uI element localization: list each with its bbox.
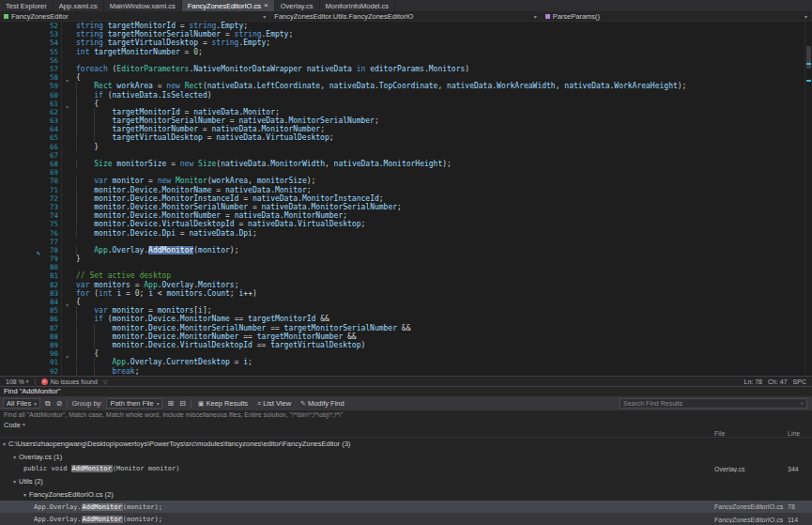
scrollbar-thumb[interactable] (806, 46, 811, 69)
document-health-indicator[interactable]: × No issues found (41, 378, 98, 385)
line-number: 77 (43, 238, 58, 246)
group-by-dropdown[interactable]: Path then File ▾ (106, 398, 162, 409)
outlining-margin[interactable]: ▾▾▾▾ (61, 22, 72, 376)
find-result-row[interactable]: App.Overlay.AddMonitor(monitor);FancyZon… (0, 501, 812, 513)
code-area[interactable]: string targetMonitorId = string.Empty;st… (72, 22, 812, 376)
code-line[interactable] (76, 151, 812, 160)
tab-label: MainWindow.xaml.cs (110, 2, 176, 10)
tab-test-explorer[interactable]: Test Explorer (0, 0, 54, 11)
code-line[interactable]: Rect workArea = new Rect(nativeData.Left… (76, 82, 812, 90)
code-line[interactable]: targetVirtualDesktop = nativeData.Virtua… (76, 133, 812, 142)
chevron-down-icon[interactable]: ▾ (13, 478, 16, 485)
code-line[interactable]: { (76, 73, 812, 82)
code-line[interactable]: for (int i = 0; i < monitors.Count; i++) (76, 289, 812, 298)
breakpoint-margin[interactable]: ✎ (0, 22, 43, 376)
code-line[interactable] (76, 263, 812, 271)
code-line[interactable]: targetMonitorSerialNumber = nativeData.M… (76, 116, 812, 125)
vertical-scrollbar[interactable] (804, 22, 812, 376)
tab-overlay-cs[interactable]: Overlay.cs (275, 0, 320, 11)
code-line[interactable]: string targetMonitorSerialNumber = strin… (76, 30, 812, 39)
code-line[interactable]: { (76, 349, 812, 358)
code-line[interactable]: { (76, 298, 812, 306)
code-line[interactable]: monitor.Device.MonitorInstanceId = nativ… (76, 194, 812, 203)
code-line[interactable]: break; (76, 367, 812, 376)
tab-app-xaml-cs[interactable]: App.xaml.cs (54, 0, 104, 11)
code-line[interactable]: targetMonitorNumber = nativeData.Monitor… (76, 125, 812, 133)
code-line[interactable]: if (nativeData.IsSelected) (76, 91, 812, 100)
code-line[interactable]: // Set active desktop (76, 271, 812, 280)
find-result-row[interactable]: ▾Overlay.cs (1) (0, 450, 812, 462)
find-result-row[interactable]: ▾FancyZonesEditorIO.cs (2) (0, 488, 812, 501)
chevron-down-icon[interactable]: ▾ (66, 77, 69, 84)
search-find-results-input[interactable] (623, 400, 799, 407)
code-line[interactable]: { (76, 100, 812, 108)
code-line[interactable]: monitor.Device.VirtualDesktopId = native… (76, 220, 812, 228)
code-line[interactable]: monitor.Device.MonitorNumber = nativeDat… (76, 211, 812, 220)
code-line[interactable] (76, 238, 812, 246)
code-line[interactable]: foreach (EditorParameters.NativeMonitorD… (76, 65, 812, 73)
line-column-header[interactable]: Line (788, 430, 812, 437)
scope-dropdown[interactable]: All Files ▾ (3, 398, 40, 409)
find-result-row[interactable]: App.Overlay.AddMonitor(monitor);FancyZon… (0, 513, 812, 525)
code-line[interactable]: monitor.Device.VirtualDesktopId == targe… (76, 341, 812, 349)
chevron-down-icon[interactable]: ▾ (66, 103, 69, 110)
member-dropdown[interactable]: ParseParams() ▾ (542, 11, 812, 21)
code-line[interactable]: monitor.Device.MonitorSerialNumber = nat… (76, 203, 812, 211)
zoom-control[interactable]: 108 % ▾ (6, 378, 29, 385)
chevron-down-icon[interactable]: ▾ (66, 301, 69, 308)
code-line[interactable]: monitor.Device.MonitorName = nativeData.… (76, 186, 812, 194)
chevron-down-icon: ▾ (26, 378, 29, 384)
column-indicator[interactable]: Ch: 47 (768, 378, 788, 385)
clear-results-icon[interactable]: ⊘ (55, 399, 64, 408)
filter-icon[interactable]: ▽ (103, 378, 108, 385)
copy-results-icon[interactable]: ⧉ (44, 399, 52, 409)
code-editor[interactable]: ✎ 52535455565758596061626364656667686970… (0, 22, 812, 376)
code-line[interactable]: App.Overlay.CurrentDesktop = i; (76, 358, 812, 366)
file-column-header[interactable]: File (714, 430, 788, 437)
code-line[interactable]: var monitors = App.Overlay.Monitors; (76, 281, 812, 289)
chevron-down-icon: ▾ (804, 13, 807, 20)
type-dropdown[interactable]: FancyZonesEditor.Utils.FancyZonesEditorI… (270, 11, 541, 21)
code-line[interactable]: Size monitorSize = new Size(nativeData.M… (76, 160, 812, 168)
code-line[interactable]: monitor.Device.MonitorNumber == targetMo… (76, 332, 812, 341)
find-result-row[interactable]: ▾C:\Users\zhaopengwang\Desktop\powertoys… (0, 438, 812, 450)
code-line[interactable]: if (monitor.Device.MonitorName == target… (76, 315, 812, 323)
chevron-down-icon[interactable]: ▾ (13, 454, 16, 460)
tab-fancyzoneseditorio-cs[interactable]: FancyZonesEditorIO.cs× (182, 0, 275, 11)
code-line[interactable]: int targetMonitorNumber = 0; (76, 48, 812, 56)
code-line[interactable] (76, 168, 812, 177)
line-number: 56 (43, 56, 58, 65)
find-result-row[interactable]: public void AddMonitor(Monitor monitor)O… (0, 463, 812, 475)
chevron-down-icon[interactable]: ▾ (3, 440, 6, 447)
code-line[interactable]: var monitor = monitors[i]; (76, 306, 812, 315)
code-line[interactable]: targetMonitorId = nativeData.Monitor; (76, 108, 812, 116)
expand-all-icon[interactable]: ⊞ (166, 399, 175, 408)
code-line[interactable]: monitor.Device.MonitorSerialNumber == ta… (76, 324, 812, 332)
chevron-down-icon[interactable]: ▾ (66, 353, 69, 360)
line-number: 81 (43, 271, 58, 280)
collapse-all-icon[interactable]: ⊟ (178, 399, 187, 408)
result-text: Overlay.cs (1) (19, 453, 62, 461)
code-line[interactable]: App.Overlay.AddMonitor(monitor); (76, 246, 812, 255)
code-line[interactable]: } (76, 255, 812, 263)
modify-find-button[interactable]: ✎ Modify Find (298, 398, 347, 409)
find-result-row[interactable]: ▾Utils (2) (0, 475, 812, 487)
list-view-button[interactable]: ≡ List View (254, 398, 294, 409)
tab-mainwindow-xaml-cs[interactable]: MainWindow.xaml.cs (104, 0, 182, 11)
search-box[interactable]: ⌕ (620, 398, 807, 409)
code-line[interactable]: } (76, 143, 812, 151)
keep-results-toggle[interactable]: ▣ Keep Results (195, 398, 251, 409)
tab-monitorinfomodel-cs[interactable]: MonitorInfoModel.cs (320, 0, 396, 11)
close-icon[interactable]: × (264, 2, 268, 9)
code-filter-dropdown[interactable]: Code ▾ (4, 421, 25, 429)
line-indicator[interactable]: Ln: 78 (744, 378, 762, 385)
code-line[interactable] (76, 56, 812, 65)
code-line[interactable]: string targetMonitorId = string.Empty; (76, 22, 812, 30)
code-line[interactable]: var monitor = new Monitor(workArea, moni… (76, 177, 812, 185)
spaces-indicator[interactable]: SPC (793, 378, 806, 385)
chevron-down-icon[interactable]: ▾ (23, 491, 26, 498)
project-dropdown[interactable]: FancyZonesEditor ▾ (0, 11, 270, 21)
code-line[interactable]: string targetVirtualDesktop = string.Emp… (76, 39, 812, 47)
code-line[interactable]: monitor.Device.Dpi = nativeData.Dpi; (76, 229, 812, 238)
find-results-panel: Find "AddMonitor" All Files ▾ ⧉ ⊘ Group … (0, 386, 812, 525)
